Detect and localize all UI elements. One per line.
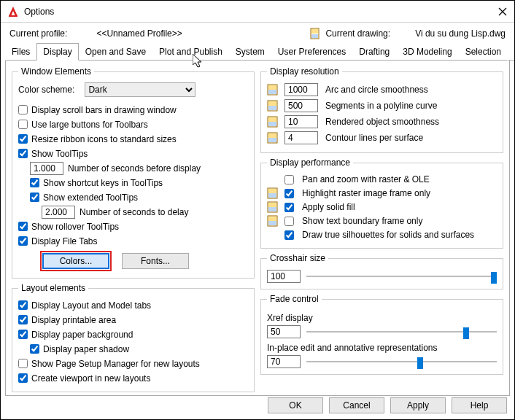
cancel-button[interactable]: Cancel: [329, 397, 384, 413]
input-crosshair-size[interactable]: [267, 270, 301, 283]
chk-text-boundary[interactable]: [284, 217, 294, 226]
spacer-icon-b: [267, 229, 280, 241]
lbl-show-tooltips: Show ToolTips: [31, 149, 88, 159]
lbl-paper-shadow: Display paper shadow: [43, 344, 129, 354]
fonts-button[interactable]: Fonts...: [122, 253, 189, 269]
apply-button[interactable]: Apply: [390, 397, 446, 413]
chk-apply-solid[interactable]: [284, 203, 294, 212]
input-rendered-smoothness[interactable]: [284, 115, 318, 128]
input-seconds-before[interactable]: [30, 162, 63, 175]
input-arc-smoothness[interactable]: [284, 83, 318, 96]
svg-rect-5: [311, 29, 318, 34]
input-contour-lines[interactable]: [284, 131, 318, 144]
chk-resize-ribbon[interactable]: [18, 134, 28, 144]
chk-layout-model[interactable]: [18, 300, 28, 310]
svg-rect-17: [268, 133, 276, 138]
legend-display-resolution: Display resolution: [267, 66, 342, 77]
lbl-display-scrollbars: Display scroll bars in drawing window: [31, 105, 177, 115]
chk-create-vp[interactable]: [18, 373, 28, 383]
lbl-page-setup: Show Page Setup Manager for new layouts: [31, 359, 200, 369]
title-bar: Options: [1, 1, 514, 23]
tabs: FilesDisplayOpen and SavePlot and Publis…: [5, 43, 510, 61]
chk-large-buttons[interactable]: [18, 120, 28, 129]
select-color-scheme[interactable]: Dark: [85, 82, 195, 97]
tab-drafting[interactable]: Drafting: [352, 43, 396, 61]
lbl-seconds-before: Number of seconds before display: [68, 163, 201, 174]
input-segments-polyline[interactable]: [284, 99, 318, 112]
svg-rect-15: [268, 122, 276, 126]
tab-profiles[interactable]: Profiles: [508, 43, 515, 61]
tab-user-preferences[interactable]: User Preferences: [271, 43, 352, 61]
legend-layout-elements: Layout elements: [18, 283, 88, 293]
svg-marker-0: [9, 7, 18, 16]
drawing-icon-c: [267, 215, 280, 227]
tab-files[interactable]: Files: [5, 43, 36, 61]
label-color-scheme: Color scheme:: [18, 85, 74, 95]
svg-rect-18: [268, 138, 276, 142]
tab-system[interactable]: System: [229, 43, 271, 61]
legend-display-performance: Display performance: [267, 158, 353, 168]
lbl-text-boundary: Show text boundary frame only: [302, 216, 422, 226]
lbl-rollover: Show rollover ToolTips: [31, 222, 119, 232]
help-button[interactable]: Help: [452, 397, 507, 413]
group-display-resolution: Display resolution Arc and circle smooth…: [260, 66, 503, 153]
slider-crosshair[interactable]: [306, 271, 497, 282]
drawing-icon-render: [267, 116, 280, 128]
chk-paper-bg[interactable]: [18, 330, 28, 339]
input-seconds-delay[interactable]: [42, 206, 75, 219]
chk-show-shortcut[interactable]: [30, 178, 39, 187]
lbl-highlight-raster: Highlight raster image frame only: [302, 188, 430, 198]
colors-button[interactable]: Colors...: [42, 253, 109, 269]
current-drawing-label: Current drawing:: [325, 28, 390, 39]
lbl-file-tabs: Display File Tabs: [31, 236, 97, 246]
group-window-elements: Window Elements Color scheme: Dark Displ…: [12, 66, 255, 279]
tab-3d-modeling[interactable]: 3D Modeling: [396, 43, 458, 61]
chk-true-silhouette[interactable]: [284, 230, 294, 240]
lbl-show-extended: Show extended ToolTips: [43, 192, 138, 203]
lbl-arc-smoothness: Arc and circle smoothness: [325, 85, 428, 95]
chk-highlight-raster[interactable]: [284, 189, 294, 198]
slider-xref[interactable]: [306, 326, 497, 338]
lbl-apply-solid: Apply solid fill: [302, 202, 355, 212]
svg-rect-6: [311, 34, 318, 38]
tab-plot-and-publish[interactable]: Plot and Publish: [152, 43, 229, 61]
chk-rollover[interactable]: [18, 222, 28, 231]
current-drawing-value: Vi du su dung Lisp.dwg: [415, 28, 506, 39]
input-xref-display[interactable]: [267, 325, 301, 338]
drawing-icon-arc: [267, 84, 280, 96]
input-inplace-edit[interactable]: [267, 355, 301, 368]
ok-button[interactable]: OK: [268, 397, 323, 413]
drawing-icon-seg: [267, 100, 280, 112]
legend-window-elements: Window Elements: [18, 66, 94, 77]
drawing-icon-contour: [267, 132, 280, 144]
lbl-true-silhouette: Draw true silhouettes for solids and sur…: [302, 230, 474, 240]
chk-show-extended[interactable]: [30, 192, 39, 202]
chk-printable[interactable]: [18, 315, 28, 324]
lbl-large-buttons: Use large buttons for Toolbars: [31, 120, 148, 130]
svg-rect-9: [268, 90, 276, 94]
lbl-segments-polyline: Segments in a polyline curve: [325, 101, 437, 111]
svg-rect-24: [268, 207, 276, 211]
close-button[interactable]: [497, 6, 508, 18]
chk-paper-shadow[interactable]: [30, 344, 39, 354]
tab-display[interactable]: Display: [36, 43, 78, 61]
chk-page-setup[interactable]: [18, 359, 28, 368]
group-fade-control: Fade control Xref display In-place edit …: [260, 294, 503, 375]
tab-content-display: Window Elements Color scheme: Dark Displ…: [5, 61, 510, 396]
chk-pan-zoom[interactable]: [284, 175, 294, 184]
svg-rect-11: [268, 101, 276, 106]
svg-rect-27: [268, 221, 276, 225]
chk-file-tabs[interactable]: [18, 236, 28, 246]
lbl-seconds-delay: Number of seconds to delay: [80, 207, 188, 217]
profile-row: Current profile: <<Unnamed Profile>> Cur…: [1, 23, 514, 42]
app-logo-icon: [7, 5, 20, 18]
spacer-icon: [267, 174, 280, 185]
current-profile-label: Current profile:: [9, 28, 67, 39]
highlight-colors-button: Colors...: [40, 251, 112, 271]
chk-display-scrollbars[interactable]: [18, 105, 28, 114]
slider-inplace[interactable]: [306, 356, 497, 368]
tab-open-and-save[interactable]: Open and Save: [79, 43, 152, 61]
tab-selection[interactable]: Selection: [459, 43, 508, 61]
chk-show-tooltips[interactable]: [18, 149, 28, 158]
lbl-paper-bg: Display paper background: [31, 330, 133, 340]
